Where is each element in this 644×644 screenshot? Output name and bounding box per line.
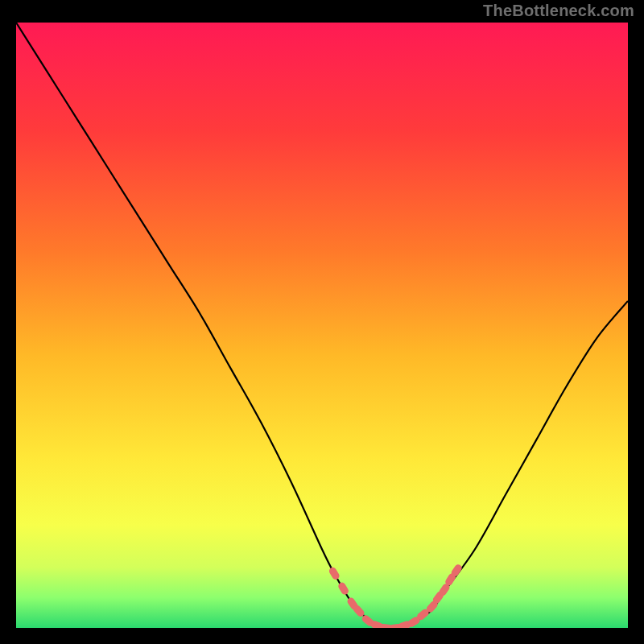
plot-area: [16, 23, 628, 628]
chart-frame: TheBottleneck.com: [0, 0, 644, 644]
bottleneck-chart: [16, 23, 628, 628]
watermark-text: TheBottleneck.com: [483, 2, 634, 20]
gradient-background: [16, 23, 628, 628]
